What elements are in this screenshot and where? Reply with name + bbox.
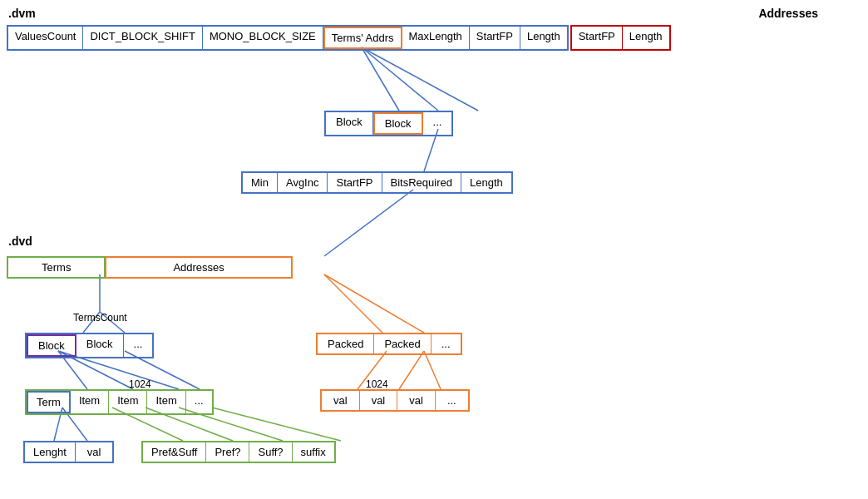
dvm-label: .dvm	[8, 7, 36, 20]
dvd-cell-terms: Terms	[8, 258, 104, 277]
min-cell-startfp: StartFP	[328, 173, 382, 192]
dvm-cell-maxlength: MaxLength	[402, 27, 470, 49]
lenght-row: Lenght val	[23, 441, 114, 463]
term-cell-ellipsis: ...	[186, 391, 212, 413]
val-cell1: val	[322, 391, 360, 410]
packed-row: Packed Packed ...	[316, 333, 462, 355]
dvm-cell-terms-addrs: Terms' Addrs	[323, 27, 402, 49]
lenght-cell: Lenght	[25, 442, 76, 462]
term-row: Term Item Item Item ...	[25, 389, 214, 415]
block1-cell1: Block	[326, 112, 373, 135]
dvd-terms-group: Terms	[7, 256, 106, 279]
term-cell-item3: Item	[147, 391, 185, 413]
dvm-blue-group: ValuesCount DICT_BLOCK_SHIFT MONO_BLOCK_…	[7, 25, 569, 51]
dvm-cell-startfp1: StartFP	[470, 27, 520, 49]
block2-cell2: Block	[76, 334, 124, 357]
dvm-cell-mono: MONO_BLOCK_SIZE	[203, 27, 323, 49]
term-cell-item1: Item	[71, 391, 109, 413]
dvd-addresses-group: Addresses	[105, 256, 292, 279]
addresses-label: Addresses	[758, 7, 818, 20]
term-cell-term: Term	[27, 391, 71, 413]
pref-cell-prefsuff: Pref&Suff	[143, 442, 206, 462]
count-1024-a: 1024	[129, 378, 151, 390]
block-row1: Block Block ...	[324, 111, 453, 136]
min-cell-bitsreq: BitsRequired	[382, 173, 461, 192]
svg-line-15	[399, 351, 424, 389]
svg-line-16	[424, 351, 441, 389]
svg-line-8	[324, 274, 382, 333]
block2-cell3: ...	[124, 334, 153, 357]
dvd-cell-addresses: Addresses	[106, 258, 290, 277]
dvd-row: Terms Addresses	[7, 256, 293, 279]
dvm-cell-length1: Length	[520, 27, 567, 49]
packed-cell2: Packed	[374, 334, 431, 353]
pref-cell-pref: Pref?	[206, 442, 249, 462]
svg-line-9	[324, 274, 424, 333]
val-cell2: val	[360, 391, 398, 410]
min-cell-avginc: AvgInc	[278, 173, 328, 192]
val-row: val val val ...	[320, 389, 470, 412]
dvm-cell-length2: Length	[623, 27, 669, 49]
count-1024-b: 1024	[366, 378, 388, 390]
svg-line-22	[212, 408, 341, 441]
term-cell-item2: Item	[109, 391, 147, 413]
val-cell3: val	[397, 391, 436, 410]
dvd-label: .dvd	[8, 235, 32, 248]
block-row2: Block Block ...	[25, 333, 154, 358]
min-cell-min: Min	[243, 173, 278, 192]
diagram: .dvm Addresses ValuesCount DICT_BLOCK_SH…	[0, 0, 868, 499]
dvm-cell-startfp2: StartFP	[572, 27, 623, 49]
packed-cell3: ...	[432, 334, 461, 353]
svg-line-2	[362, 47, 478, 111]
min-cell-length: Length	[461, 173, 511, 192]
packed-cell1: Packed	[318, 334, 374, 353]
min-row: Min AvgInc StartFP BitsRequired Length	[241, 171, 513, 194]
lenght-val-cell: val	[76, 442, 113, 462]
block2-cell1: Block	[27, 334, 76, 357]
pref-cell-suff: Suff?	[249, 442, 292, 462]
dvm-cell-dict: DICT_BLOCK_SHIFT	[83, 27, 202, 49]
terms-count-label: TermsCount	[73, 312, 127, 324]
block1-cell3: ...	[423, 112, 452, 135]
connector-lines	[0, 0, 868, 499]
dvm-red-group: StartFP Length	[570, 25, 671, 51]
svg-line-0	[362, 47, 399, 111]
svg-line-1	[362, 47, 438, 111]
val-cell-ellipsis: ...	[436, 391, 468, 410]
pref-row: Pref&Suff Pref? Suff? suffix	[141, 441, 336, 463]
pref-cell-suffix: suffix	[293, 442, 334, 462]
block1-cell2: Block	[373, 112, 423, 135]
svg-line-4	[324, 190, 413, 256]
dvm-cell-valuescount: ValuesCount	[8, 27, 83, 49]
